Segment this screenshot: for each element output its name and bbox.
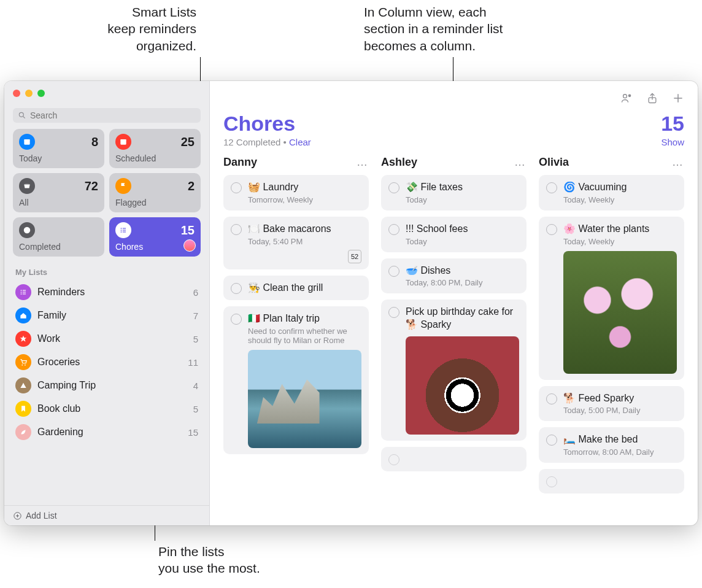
complete-toggle[interactable]	[388, 307, 399, 318]
reminder-title: 🛏️ Make the bed	[563, 433, 677, 446]
smart-card-today[interactable]: 8Today	[13, 129, 104, 168]
column-title: Olivia	[539, 156, 569, 169]
list-icon	[15, 284, 31, 300]
search-icon	[18, 111, 26, 120]
reminder-card[interactable]: 🇮🇹 Plan Italy tripNeed to confirm whethe…	[223, 306, 369, 454]
reminder-card[interactable]: 🥣 DishesToday, 8:00 PM, Daily	[381, 258, 526, 294]
column-more-button[interactable]: …	[514, 156, 526, 169]
complete-toggle[interactable]	[546, 182, 557, 193]
add-icon[interactable]	[672, 92, 684, 104]
reminder-placeholder[interactable]	[381, 447, 526, 471]
list-row[interactable]: Work5	[4, 327, 209, 350]
svg-rect-12	[123, 230, 126, 230]
collaborate-icon[interactable]	[620, 92, 633, 104]
list-count: 4	[193, 381, 198, 391]
column-more-button[interactable]: …	[357, 156, 369, 169]
reminder-card[interactable]: 🛏️ Make the bedTomorrow, 8:00 AM, Daily	[539, 427, 684, 463]
reminder-card[interactable]: 🍽️ Bake macaronsToday, 5:40 PM52	[223, 217, 369, 269]
complete-toggle[interactable]	[231, 314, 242, 325]
reminder-subtitle: Tomorrow, 8:00 AM, Daily	[563, 447, 677, 457]
reminder-card[interactable]: 🌀 VacuumingToday, Weekly	[539, 175, 684, 211]
list-name: Reminders	[37, 287, 187, 298]
smart-count: 72	[85, 179, 98, 193]
complete-toggle[interactable]	[546, 435, 557, 446]
smart-card-all[interactable]: 72All	[13, 173, 104, 212]
smart-label: Chores	[115, 242, 195, 252]
list-row[interactable]: Reminders6	[4, 280, 209, 304]
smart-label: Scheduled	[115, 153, 195, 163]
svg-point-0	[19, 112, 23, 117]
reminder-subtitle: Today	[406, 237, 519, 246]
minimize-button[interactable]	[25, 90, 33, 97]
svg-rect-13	[123, 231, 126, 232]
complete-toggle[interactable]	[388, 224, 399, 235]
completed-text: 12 Completed	[223, 137, 280, 147]
reminder-placeholder[interactable]	[539, 469, 684, 493]
reminder-card[interactable]: 👨‍🍳 Clean the grill	[223, 276, 369, 301]
svg-rect-11	[123, 228, 126, 229]
show-button[interactable]: Show	[661, 137, 684, 147]
toolbar	[223, 92, 684, 104]
complete-toggle[interactable]	[388, 266, 399, 277]
complete-toggle[interactable]	[546, 224, 557, 235]
complete-toggle[interactable]	[231, 283, 242, 294]
svg-point-21	[25, 365, 26, 366]
reminder-title: 💸 File taxes	[406, 181, 519, 194]
home-icon	[15, 308, 31, 323]
callout-pin: Pin the lists you use the most.	[158, 543, 318, 577]
maximize-button[interactable]	[37, 90, 45, 97]
list-row[interactable]: Gardening15	[4, 420, 209, 444]
smart-card-scheduled[interactable]: 25Scheduled	[109, 129, 201, 168]
reminder-card[interactable]: !!! School feesToday	[381, 217, 526, 252]
reminder-subtitle: Today, 5:40 PM	[248, 237, 361, 246]
list-row[interactable]: Family7	[4, 304, 209, 327]
column-title: Danny	[223, 156, 257, 169]
reminder-card[interactable]: 🧺 LaundryTomorrow, Weekly	[223, 175, 369, 211]
list-name: Book club	[37, 403, 187, 414]
complete-toggle[interactable]	[388, 182, 399, 193]
clear-button[interactable]: Clear	[289, 137, 311, 147]
reminder-subtitle: Today, Weekly	[563, 237, 677, 246]
list-name: Groceries	[37, 357, 182, 368]
reminder-title: 🇮🇹 Plan Italy trip	[248, 312, 361, 325]
add-list-button[interactable]: Add List	[4, 505, 209, 525]
search-field[interactable]	[13, 108, 201, 123]
reminder-card[interactable]: 🐕 Feed SparkyToday, 5:00 PM, Daily	[539, 386, 684, 422]
share-icon[interactable]	[646, 92, 658, 104]
complete-toggle[interactable]	[231, 224, 242, 235]
reminder-subtitle: Today, Weekly	[563, 195, 677, 204]
reminder-card[interactable]: 🌸 Water the plantsToday, Weekly	[539, 217, 684, 380]
bookmark-icon	[15, 401, 31, 417]
list-row[interactable]: Book club5	[4, 397, 209, 420]
reminder-badge: 52	[348, 250, 361, 263]
smart-card-flagged[interactable]: 2Flagged	[109, 173, 201, 212]
reminder-title: 🧺 Laundry	[248, 181, 361, 194]
list-count: 15	[188, 427, 198, 438]
list-row[interactable]: Groceries11	[4, 350, 209, 374]
reminder-image	[406, 336, 519, 435]
smart-count: 25	[181, 135, 195, 149]
reminder-card[interactable]: Pick up birthday cake for 🐕 Sparky	[381, 300, 526, 441]
complete-toggle[interactable]	[388, 454, 399, 465]
list-count: 5	[193, 334, 198, 344]
list-name: Gardening	[37, 427, 182, 438]
cart-icon	[15, 354, 31, 370]
reminder-card[interactable]: 💸 File taxesToday	[381, 175, 526, 211]
svg-point-9	[121, 230, 122, 231]
smart-card-completed[interactable]: Completed	[13, 217, 104, 257]
svg-rect-18	[23, 292, 26, 292]
close-button[interactable]	[13, 90, 20, 97]
reminder-image	[248, 350, 361, 448]
svg-point-8	[121, 228, 122, 229]
reminder-title: 🌀 Vacuuming	[563, 181, 677, 194]
list-row[interactable]: Camping Trip4	[4, 374, 209, 397]
list-count: 11	[188, 357, 198, 368]
search-input[interactable]	[30, 110, 196, 120]
complete-toggle[interactable]	[231, 182, 242, 193]
complete-toggle[interactable]	[546, 476, 557, 487]
svg-rect-3	[24, 139, 29, 141]
complete-toggle[interactable]	[546, 393, 557, 404]
smart-card-chores[interactable]: 15Chores	[109, 217, 201, 257]
column-more-button[interactable]: …	[672, 156, 684, 169]
shared-avatar	[183, 239, 196, 252]
